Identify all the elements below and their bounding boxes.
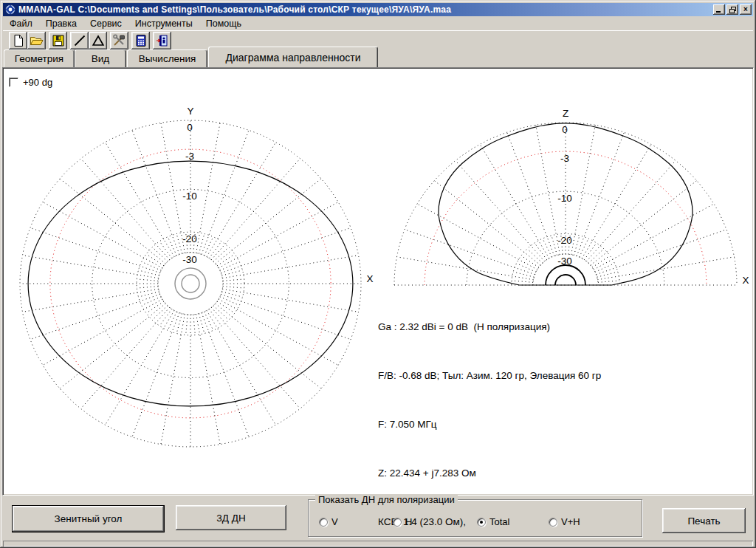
save-icon [52, 34, 65, 47]
svg-text:0: 0 [562, 124, 568, 135]
pattern-panel: 0-3-10-20-30YX0-3-10-20-30ZX +90 dg Ga :… [2, 67, 754, 496]
wire-line-button[interactable] [70, 32, 89, 49]
toolbar [3, 30, 753, 50]
svg-text:-10: -10 [182, 191, 197, 202]
svg-text:-3: -3 [185, 151, 194, 162]
new-document-icon [12, 34, 25, 47]
menu-edit[interactable]: Правка [39, 18, 83, 30]
line-icon [73, 34, 86, 47]
minimize-button[interactable] [713, 4, 725, 15]
menu-bar: Файл Правка Сервис Инструменты Помощь [3, 17, 753, 30]
radio-h[interactable]: H [393, 516, 412, 527]
plus90-checkbox[interactable] [9, 78, 18, 87]
polarization-group-label: Показать ДН для поляризации [315, 494, 458, 505]
exit-button[interactable] [153, 32, 171, 49]
save-file-button[interactable] [49, 32, 67, 49]
tab-bar: Геометрия Вид Вычисления Диаграмма напра… [3, 49, 753, 67]
titlebar: MMANA-GAL C:\Documents and Settings\Поль… [3, 3, 753, 16]
calculator-icon [134, 34, 148, 47]
status-bar [3, 541, 753, 547]
svg-text:0: 0 [187, 122, 193, 133]
svg-text:-10: -10 [557, 193, 572, 204]
print-button[interactable]: Печать [662, 508, 746, 533]
svg-text:Z: Z [563, 108, 568, 119]
minimize-icon [716, 7, 722, 13]
radio-v-plus-h-circle[interactable] [549, 518, 557, 527]
radio-total[interactable]: Total [477, 516, 509, 527]
exit-icon [155, 34, 169, 47]
optimization-button[interactable] [110, 32, 128, 49]
open-folder-icon [30, 34, 44, 47]
svg-text:-3: -3 [560, 153, 569, 164]
menu-help[interactable]: Помощь [199, 18, 248, 30]
svg-text:X: X [366, 273, 373, 284]
result-impedance: Z: 22.434 + j7.283 Ом [378, 465, 732, 482]
tab-calculations[interactable]: Вычисления [127, 49, 207, 67]
tab-radiation-pattern[interactable]: Диаграмма направленности [208, 47, 378, 67]
open-file-button[interactable] [27, 32, 46, 49]
result-frequency: F: 7.050 МГц [378, 417, 732, 433]
radio-total-circle[interactable] [477, 518, 486, 527]
restore-icon [729, 7, 736, 13]
triangle-button[interactable] [89, 32, 107, 49]
svg-text:Y: Y [187, 106, 193, 117]
svg-text:-20: -20 [182, 233, 197, 244]
menu-tools[interactable]: Инструменты [128, 18, 199, 30]
window-title: MMANA-GAL C:\Documents and Settings\Поль… [18, 4, 712, 15]
close-button[interactable]: × [740, 4, 752, 15]
3d-pattern-button[interactable]: 3Д ДН [176, 505, 286, 530]
new-file-button[interactable] [9, 32, 27, 49]
radio-h-circle[interactable] [393, 518, 402, 527]
app-icon [5, 4, 16, 15]
menu-service[interactable]: Сервис [83, 18, 128, 30]
triangle-icon [92, 34, 105, 47]
svg-text:-30: -30 [182, 254, 197, 265]
result-gain: Ga : 2.32 dBi = 0 dB (H поляризация) [378, 319, 732, 335]
app-window: MMANA-GAL C:\Documents and Settings\Поль… [0, 0, 756, 548]
tab-view[interactable]: Вид [75, 49, 126, 67]
radio-v-plus-h[interactable]: V+H [549, 516, 580, 527]
plus90-checkbox-label: +90 dg [23, 77, 52, 88]
calculate-button[interactable] [131, 32, 150, 49]
menu-file[interactable]: Файл [3, 18, 39, 30]
polarization-groupbox: Показать ДН для поляризации V H Total V+… [308, 499, 642, 537]
svg-text:X: X [742, 275, 749, 286]
tab-geometry[interactable]: Геометрия [4, 49, 75, 67]
zenith-angle-button[interactable]: Зенитный угол [12, 505, 165, 532]
tools-icon [112, 34, 126, 47]
result-fb: F/B: -0.68 dB; Тыл: Азим. 120 гр, Элевац… [378, 368, 732, 384]
radio-v[interactable]: V [319, 516, 338, 527]
svg-text:-20: -20 [557, 235, 572, 246]
radio-v-circle[interactable] [319, 518, 328, 527]
restore-button[interactable] [726, 4, 738, 15]
